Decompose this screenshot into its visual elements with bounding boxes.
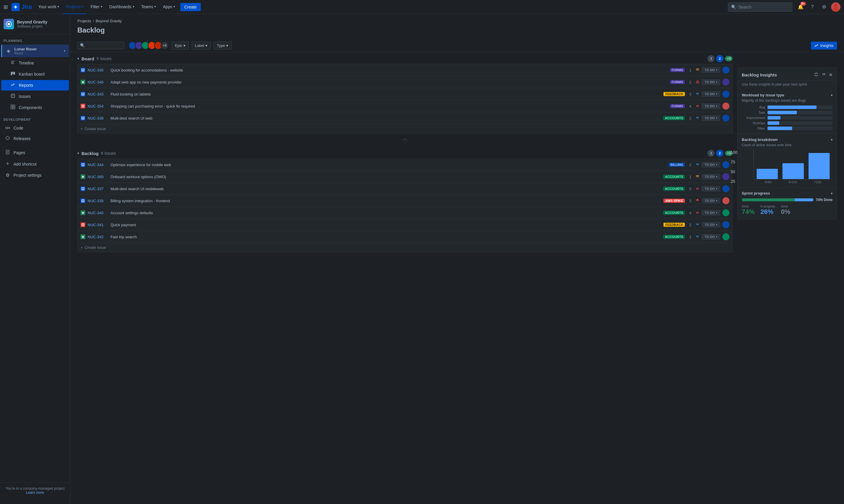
sidebar-footer-link[interactable]: Learn more (26, 490, 44, 494)
create-issue-label: Create issue (85, 127, 106, 131)
sidebar-item-timeline[interactable]: Timeline (1, 58, 69, 68)
breakdown-section-header[interactable]: Backlog breakdown ▾ (742, 138, 832, 142)
create-button[interactable]: Create (180, 3, 201, 11)
label-filter[interactable]: Label ▾ (192, 42, 211, 50)
sidebar-item-kanban[interactable]: Kanban board (1, 69, 69, 79)
issue-avatar (722, 161, 730, 168)
svg-rect-28 (82, 93, 84, 95)
sidebar-item-code[interactable]: </> Code (1, 123, 69, 133)
search-box[interactable]: 🔍 Search (728, 2, 792, 12)
add-shortcut-icon: + (5, 161, 11, 167)
sprint-section-header[interactable]: Sprint progress ▾ (742, 191, 832, 195)
status-badge[interactable]: TO DO ▾ (702, 210, 720, 215)
y-label-75: 75 (731, 160, 737, 164)
nav-filter[interactable]: Filter ▾ (88, 0, 105, 14)
issue-row-nuc344[interactable]: NUC-344 Optimize experience for mobile w… (78, 159, 732, 171)
sidebar-item-reports[interactable]: Reports (1, 80, 69, 91)
components-icon (10, 105, 16, 110)
issue-type-icon (80, 92, 85, 96)
status-badge[interactable]: TO DO ▾ (702, 104, 720, 109)
issue-row-nuc337[interactable]: NUC-337 Multi-dest search UI mobileweb A… (78, 183, 732, 195)
grid-icon[interactable]: ⊞ (3, 4, 8, 10)
svg-rect-16 (13, 107, 15, 109)
nav-dashboards[interactable]: Dashboards ▾ (106, 0, 137, 14)
issue-row-nuc339[interactable]: NUC-339 Billing system integration - fro… (78, 195, 732, 207)
settings-button[interactable]: ⚙ (820, 2, 829, 12)
create-issue-backlog[interactable]: + Create issue (77, 243, 733, 252)
breadcrumb-project-name[interactable]: Beyond Gravity (96, 19, 122, 23)
workload-section-header[interactable]: Workload by issue type ▾ (742, 93, 832, 97)
sidebar-lunar-rover-name: Lunar Rover (14, 47, 61, 51)
refresh-icon[interactable] (813, 72, 819, 78)
issue-row-nuc360[interactable]: NUC-360 Onboard workout options (OWO) AC… (78, 171, 732, 183)
sidebar-item-issues[interactable]: Issues (1, 91, 69, 102)
status-badge[interactable]: TO DO ▾ (702, 91, 720, 97)
issue-row-nuc342[interactable]: NUC-342 Fast trip search ACCOUNTS 1 TO D… (78, 231, 732, 242)
status-text: TO DO (704, 92, 715, 96)
issue-key: NUC-344 (88, 163, 108, 167)
breadcrumb-projects[interactable]: Projects (77, 19, 91, 23)
chevron-down-icon: ▾ (174, 5, 175, 8)
user-avatar[interactable] (831, 2, 841, 12)
sidebar-item-releases[interactable]: Releases (1, 133, 69, 144)
badge-done: +0 (725, 56, 733, 61)
close-icon[interactable]: ✕ (829, 72, 832, 78)
project-settings-icon: ⚙ (5, 172, 11, 178)
insights-button-label: Insights (820, 43, 833, 48)
issue-row-nuc343[interactable]: NUC-343 Fluid booking on tablets FEEDBAC… (78, 88, 732, 100)
nav-apps[interactable]: Apps ▾ (160, 0, 178, 14)
issue-row-nuc341[interactable]: NUC-341 Quick payment FEEDBACK 2 TO DO ▾ (78, 219, 732, 231)
sidebar-item-add-shortcut[interactable]: + Add shortcut (1, 159, 69, 169)
issue-row-nuc336[interactable]: NUC-336 Quick booking for accomodations … (78, 64, 732, 76)
sidebar-item-components[interactable]: Components (1, 102, 69, 113)
issue-type-icon (80, 116, 85, 121)
nav-teams[interactable]: Teams ▾ (138, 0, 159, 14)
help-button[interactable]: ? (808, 2, 817, 12)
insights-panel-title: Backlog Insights (742, 72, 811, 77)
sidebar-item-pages[interactable]: Pages (1, 147, 69, 158)
status-badge[interactable]: TO DO ▾ (702, 79, 720, 85)
type-filter-label: Type (217, 43, 225, 48)
board-section-header[interactable]: ▾ Board 5 issues 3 2 +0 (77, 52, 733, 64)
jira-logo[interactable]: Jira (12, 3, 32, 11)
bar-fill-task (768, 111, 797, 114)
epic-filter[interactable]: Epic ▾ (172, 42, 189, 50)
sprint-stat-inprogress: In progress 26% (760, 205, 775, 216)
issue-row-nuc338[interactable]: NUC-338 Multi-dest search UI web ACCOUNT… (78, 112, 732, 124)
issue-row-nuc340[interactable]: NUC-340 Account settings defaults ACCOUN… (78, 207, 732, 219)
nav-your-work[interactable]: Your work ▾ (35, 0, 62, 14)
backlog-section-header[interactable]: ▾ Backlog 8 issues 3 2 +0 (77, 147, 733, 159)
nav-filter-label: Filter (91, 4, 100, 9)
filter-avatar-more[interactable]: +3 (161, 41, 169, 50)
status-badge[interactable]: TO DO ▾ (702, 115, 720, 121)
sidebar-item-lunar-rover[interactable]: ◈ Lunar Rover Board ▾ (1, 44, 69, 57)
bar-track-techops (768, 121, 832, 125)
status-badge[interactable]: TO DO ▾ (702, 222, 720, 228)
issue-row-nuc346[interactable]: NUC-346 Adapt web app no new payments pr… (78, 76, 732, 88)
notifications-button[interactable]: 🔔 9+ (796, 2, 805, 12)
backlog-search[interactable]: 🔍 (77, 42, 124, 49)
status-badge[interactable]: TO DO ▾ (702, 186, 720, 191)
top-icons: 🔔 9+ ? ⚙ (796, 2, 841, 12)
components-label: Components (19, 105, 65, 110)
type-filter[interactable]: Type ▾ (214, 42, 232, 50)
settings-panel-icon[interactable] (821, 72, 826, 78)
status-badge[interactable]: TO DO ▾ (702, 198, 720, 203)
sidebar-item-project-settings[interactable]: ⚙ Project settings (1, 170, 69, 180)
issue-type-icon (80, 104, 85, 108)
insights-button[interactable]: Insights (811, 42, 837, 50)
status-text: TO DO (704, 235, 715, 238)
issue-type-icon (80, 68, 85, 72)
sprint-progress-section: Sprint progress ▾ 74% Done Done 74% (738, 187, 837, 219)
issue-avatar (722, 114, 730, 122)
issue-row-nuc354[interactable]: NUC-354 Shopping cart purchasing error -… (78, 100, 732, 112)
create-issue-board[interactable]: + Create issue (77, 124, 733, 133)
status-badge[interactable]: TO DO ▾ (702, 162, 720, 167)
status-badge[interactable]: TO DO ▾ (702, 234, 720, 239)
status-badge[interactable]: TO DO ▾ (702, 174, 720, 179)
chevron-down-icon: ▾ (716, 105, 717, 108)
nav-projects[interactable]: Projects ▾ (63, 0, 87, 14)
bar-track-task (768, 111, 832, 114)
status-badge[interactable]: TO DO ▾ (702, 67, 720, 73)
badge-stories: 3 (707, 55, 715, 62)
